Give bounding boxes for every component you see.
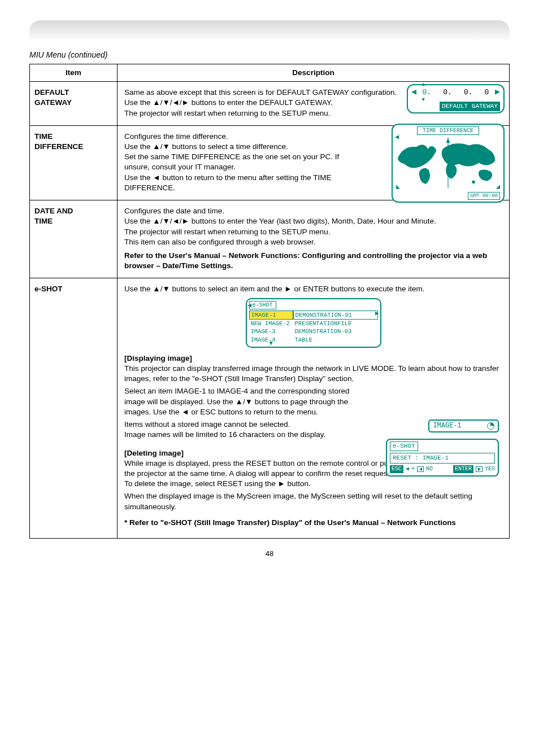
row-default-gateway-name: DEFAULT GATEWAY xyxy=(30,82,118,126)
reset-dialog-sub: RESET : IMAGE-1 xyxy=(390,453,495,464)
dt-line4: This item can also be configured through… xyxy=(124,237,502,247)
eshot-list-widget[interactable]: ◀ ▶ ▼ e-SHOT IMAGE-1 DEMONSTRATION-01 NE… xyxy=(246,298,381,348)
dt-line3: The projector will restart when returnin… xyxy=(124,227,502,237)
reset-dialog[interactable]: e-SHOT RESET : IMAGE-1 ESC ◀+ NO ENTER Y… xyxy=(386,439,499,476)
time-map-title: TIME DIFFERENCE xyxy=(417,126,479,136)
image-banner: IMAGE-1 xyxy=(428,419,499,432)
time-line3: Set the same TIME DIFFERENCE as the one … xyxy=(124,152,350,172)
section-heading: MIU Menu (continued) xyxy=(29,50,510,60)
time-map-gmt: GMT 00:00 xyxy=(468,192,500,200)
eshot-item-2-r: PRESENTATIONFILE xyxy=(293,320,378,327)
eshot-down-triangle-icon[interactable]: ▼ xyxy=(270,339,273,348)
reset-dialog-title: e-SHOT xyxy=(390,442,418,451)
right-triangle-icon[interactable]: ▶ xyxy=(495,87,500,98)
display-p2: Select an item IMAGE-1 to IMAGE-4 and th… xyxy=(124,386,367,417)
dt-ref: Refer to the User's Manual – Network Fun… xyxy=(124,251,502,271)
reset-esc[interactable]: ESC xyxy=(390,465,403,473)
time-line1: Configures the time difference. xyxy=(124,132,350,142)
row-default-gateway-desc: Same as above except that this screen is… xyxy=(118,82,510,126)
enter-icon xyxy=(476,466,483,472)
row-date-time-name: DATE AND TIME xyxy=(30,200,118,278)
col-item: Item xyxy=(30,64,118,81)
eshot-list-title: e-SHOT xyxy=(249,301,276,310)
eshot-item-1-r: DEMONSTRATION-01 xyxy=(293,311,378,320)
gateway-d1[interactable]: 0. xyxy=(421,88,433,98)
row-time-diff-desc: Configures the time difference. Use the … xyxy=(118,125,510,200)
reset-no[interactable]: NO xyxy=(426,465,433,473)
row-date-time-desc: Configures the date and time. Use the ▲/… xyxy=(118,200,510,278)
image-banner-label: IMAGE-1 xyxy=(433,422,461,430)
left-triangle-icon[interactable]: ◀ xyxy=(411,87,416,98)
eshot-item-4[interactable]: IMAGE-4 TABLE xyxy=(249,336,378,344)
row-eshot-desc: Use the ▲/▼ buttons to select an item an… xyxy=(118,278,510,539)
gateway-d3[interactable]: 0. xyxy=(462,88,475,98)
dt-line1: Configures the date and time. xyxy=(124,206,502,216)
time-map-widget[interactable]: TIME DIFFERENCE ◀ ◣ ◢ xyxy=(392,124,505,203)
eshot-item-3-r: DEMONSTRATION-03 xyxy=(293,327,378,335)
reset-enter[interactable]: ENTER xyxy=(453,465,473,473)
eshot-intro: Use the ▲/▼ buttons to select an item an… xyxy=(124,284,502,294)
delete-p2: To delete the image, select RESET using … xyxy=(124,479,502,489)
time-line4: Use the ◄ button to return to the menu a… xyxy=(124,173,350,193)
col-desc: Description xyxy=(118,64,510,81)
gateway-widget[interactable]: ◀ 0. 0. 0. 0 ▶ DEFAULT GATEWAY xyxy=(407,84,505,113)
display-heading: [Displaying image] xyxy=(124,353,502,364)
svg-marker-2 xyxy=(446,138,450,143)
time-line2: Use the ▲/▼ buttons to select a time dif… xyxy=(124,142,350,152)
input-icon xyxy=(417,466,424,472)
gateway-label: DEFAULT GATEWAY xyxy=(440,102,500,111)
gateway-line1: Same as above except that this screen is… xyxy=(124,88,452,98)
eshot-left-triangle-icon[interactable]: ◀ xyxy=(248,301,252,310)
gateway-d4[interactable]: 0 xyxy=(483,88,491,98)
eshot-right-triangle-icon[interactable]: ▶ xyxy=(375,309,379,318)
eshot-item-2-l: NEW IMAGE-2 xyxy=(249,320,293,327)
dt-line2: Use the ▲/▼/◄/► buttons to enter the Yea… xyxy=(124,216,502,226)
header-band xyxy=(29,20,510,42)
reset-yes[interactable]: YES xyxy=(485,465,495,473)
eshot-note: * Refer to "e-SHOT (Still Image Transfer… xyxy=(124,518,502,528)
eshot-item-3-l: IMAGE-3 xyxy=(249,327,293,335)
gateway-line3: The projector will restart when returnin… xyxy=(124,108,452,119)
eshot-item-2[interactable]: NEW IMAGE-2 PRESENTATIONFILE xyxy=(249,320,378,327)
delete-p3: When the displayed image is the MyScreen… xyxy=(124,491,502,512)
gateway-d2[interactable]: 0. xyxy=(441,88,454,98)
eshot-item-1[interactable]: IMAGE-1 DEMONSTRATION-01 xyxy=(249,311,378,320)
menu-table: Item Description DEFAULT GATEWAY Same as… xyxy=(29,64,510,539)
world-map-icon xyxy=(395,136,501,189)
eshot-item-3[interactable]: IMAGE-3 DEMONSTRATION-03 xyxy=(249,327,378,335)
row-eshot-name: e-SHOT xyxy=(30,278,118,539)
page-number: 48 xyxy=(29,549,510,559)
eshot-item-1-l: IMAGE-1 xyxy=(249,311,293,320)
display-p1: This projector can display transferred i… xyxy=(124,364,502,384)
row-time-diff-name: TIME DIFFERENCE xyxy=(30,125,118,200)
eshot-item-4-r: TABLE xyxy=(293,336,378,344)
gateway-line2: Use the ▲/▼/◄/► buttons to enter the DEF… xyxy=(124,98,452,108)
svg-point-0 xyxy=(472,181,475,184)
